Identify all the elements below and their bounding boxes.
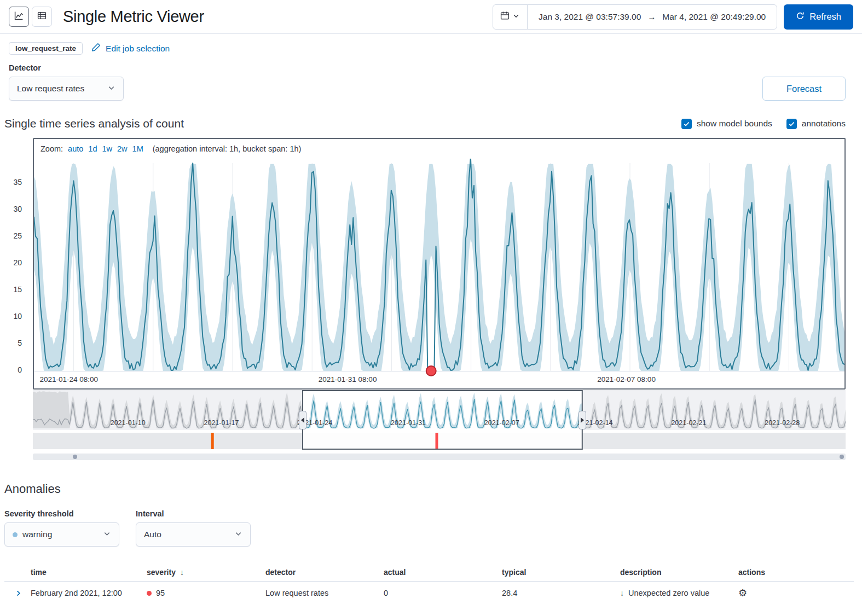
checkbox-checked-icon xyxy=(681,119,692,129)
refresh-button[interactable]: Refresh xyxy=(784,4,853,30)
interval-select[interactable]: Auto xyxy=(136,522,251,547)
end-date[interactable]: Mar 4, 2021 @ 20:49:29.00 xyxy=(662,12,766,22)
anomaly-description: ↓Unexpected zero value xyxy=(620,589,738,597)
time-series-chart-area: 05101520253035 Zoom: auto 1d 1w 2w 1M (a… xyxy=(33,138,846,460)
show-model-bounds-checkbox[interactable]: show model bounds xyxy=(681,119,772,129)
line-chart-icon xyxy=(14,11,24,22)
swimlane-critical-marker[interactable] xyxy=(436,433,438,449)
zoom-option-auto[interactable]: auto xyxy=(68,144,83,153)
zoom-option-1d[interactable]: 1d xyxy=(88,144,97,153)
brush-handle-left[interactable] xyxy=(299,411,306,429)
edit-job-selection-link[interactable]: Edit job selection xyxy=(91,43,170,54)
severity-threshold-select[interactable]: warning xyxy=(4,522,119,547)
context-axis-label: 2021-01-10 xyxy=(111,419,146,427)
brush-handle-right[interactable] xyxy=(578,411,586,429)
x-axis-label: 2021-01-31 08:00 xyxy=(319,375,377,383)
chevron-down-icon xyxy=(234,530,242,540)
date-range-picker[interactable]: Jan 3, 2021 @ 03:57:39.00 → Mar 4, 2021 … xyxy=(493,4,777,30)
anomalies-table-header: time severity↓ detector actual typical d… xyxy=(4,563,854,582)
refresh-icon xyxy=(796,11,805,22)
context-chart[interactable]: 2021-01-102021-01-172021-01-242021-01-31… xyxy=(33,390,846,450)
job-selection-row: low_request_rate Edit job selection xyxy=(0,34,862,57)
y-axis-label: 25 xyxy=(1,231,30,240)
model-bounds-band xyxy=(34,164,844,371)
zoom-option-1M[interactable]: 1M xyxy=(132,144,143,153)
chevron-down-icon xyxy=(103,530,111,540)
annotations-checkbox[interactable]: annotations xyxy=(786,119,846,129)
anomaly-severity: 95 xyxy=(147,589,265,597)
start-date[interactable]: Jan 3, 2021 @ 03:57:39.00 xyxy=(539,12,641,22)
main-chart-box: Zoom: auto 1d 1w 2w 1M (aggregation inte… xyxy=(33,138,846,390)
chevron-down-icon xyxy=(512,12,520,22)
y-axis-label: 10 xyxy=(1,312,30,321)
table-view-button[interactable] xyxy=(32,7,52,27)
context-chart-area: 2021-01-102021-01-172021-01-242021-01-31… xyxy=(33,390,846,450)
arrow-down-icon: ↓ xyxy=(620,589,624,597)
chart-view-button[interactable] xyxy=(9,7,29,27)
anomaly-swimlane-selected[interactable] xyxy=(303,433,582,449)
aggregation-info: (aggregation interval: 1h, bucket span: … xyxy=(153,144,302,153)
column-header-severity[interactable]: severity↓ xyxy=(147,568,265,577)
chart-scrollbar[interactable] xyxy=(33,454,846,460)
severity-warning-dot xyxy=(13,532,18,537)
x-axis-label: 2021-02-07 08:00 xyxy=(597,375,656,383)
zoom-label: Zoom: xyxy=(41,144,63,153)
context-axis-label: 2021-01-31 xyxy=(391,419,426,427)
column-header-description[interactable]: description xyxy=(620,568,738,577)
calendar-icon xyxy=(500,11,510,22)
context-axis-label: 2021-02-28 xyxy=(765,419,800,427)
anomaly-table-row: February 2nd 2021, 12:00 95 Low request … xyxy=(4,582,854,605)
severity-threshold-label: Severity threshold xyxy=(4,509,119,518)
zoom-controls: Zoom: auto 1d 1w 2w 1M (aggregation inte… xyxy=(34,139,844,159)
page-header: Single Metric Viewer Jan 3, 2021 @ 03:57… xyxy=(0,0,862,34)
zoom-option-1w[interactable]: 1w xyxy=(102,144,112,153)
y-axis-label: 30 xyxy=(1,205,30,213)
anomaly-typical: 28.4 xyxy=(502,589,620,597)
context-axis-label: 2021-02-07 xyxy=(484,419,519,427)
critical-severity-dot xyxy=(147,591,152,596)
main-time-series-chart[interactable]: 2021-01-24 08:002021-01-31 08:002021-02-… xyxy=(34,159,844,388)
forecast-button[interactable]: Forecast xyxy=(762,77,846,101)
context-axis-label: 2021-02-21 xyxy=(671,419,706,427)
anomaly-dot[interactable] xyxy=(426,366,436,376)
anomalies-table: time severity↓ detector actual typical d… xyxy=(4,563,854,605)
series-title: Single time series analysis of count xyxy=(4,117,184,130)
view-toggle-group xyxy=(9,7,52,27)
column-header-typical[interactable]: typical xyxy=(502,568,620,577)
pencil-icon xyxy=(91,43,101,54)
row-actions-gear-button[interactable]: ⚙ xyxy=(738,588,747,598)
anomaly-actual: 0 xyxy=(384,589,502,597)
expand-row-button[interactable] xyxy=(14,589,22,597)
context-axis-label: 2021-01-17 xyxy=(204,419,239,427)
datepicker-quick-select[interactable] xyxy=(493,5,528,29)
anomalies-section: Anomalies Severity threshold warning Int… xyxy=(0,460,862,605)
chevron-down-icon xyxy=(107,84,115,94)
page-title: Single Metric Viewer xyxy=(63,8,204,26)
column-header-detector[interactable]: detector xyxy=(265,568,384,577)
checkbox-checked-icon xyxy=(786,119,797,129)
scrollbar-handle-left[interactable] xyxy=(73,455,77,459)
gear-icon: ⚙ xyxy=(738,588,747,598)
y-axis-label: 20 xyxy=(1,258,30,267)
sort-descending-icon: ↓ xyxy=(180,568,184,577)
scrollbar-handle-right[interactable] xyxy=(840,455,844,459)
column-header-time[interactable]: time xyxy=(31,568,147,577)
arrow-left-icon xyxy=(301,417,304,423)
table-icon xyxy=(37,11,47,22)
swimlane-major-marker[interactable] xyxy=(211,433,214,449)
y-axis-label: 15 xyxy=(1,285,30,294)
chevron-right-icon xyxy=(14,589,22,597)
zoom-option-2w[interactable]: 2w xyxy=(117,144,128,153)
x-axis-tick-labels: 2021-01-24 08:002021-01-31 08:002021-02-… xyxy=(39,375,655,383)
x-axis-label: 2021-01-24 08:00 xyxy=(39,375,98,383)
y-axis-label: 35 xyxy=(1,178,30,187)
anomaly-detector: Low request rates xyxy=(265,589,384,597)
column-header-actual[interactable]: actual xyxy=(384,568,502,577)
y-axis-label: 5 xyxy=(1,339,30,347)
arrow-right-icon xyxy=(581,417,584,423)
anomalies-title: Anomalies xyxy=(4,482,853,496)
job-badge[interactable]: low_request_rate xyxy=(9,42,83,55)
detector-select[interactable]: Low request rates xyxy=(9,77,124,101)
interval-label: Interval xyxy=(136,509,251,518)
detector-label: Detector xyxy=(9,63,124,72)
